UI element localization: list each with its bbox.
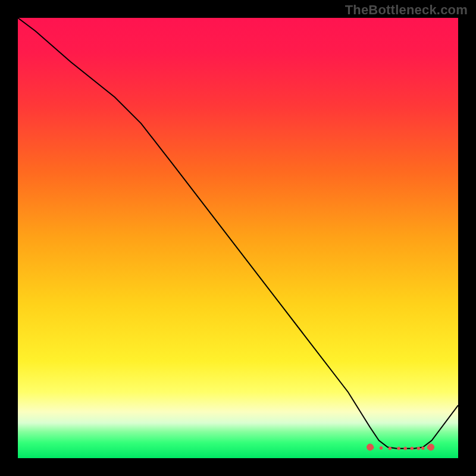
segment-dot [380,447,383,450]
chart-frame: TheBottleneck.com [0,0,476,476]
chart-overlay [18,18,458,458]
bottleneck-curve [18,18,458,449]
segment-dot [404,447,407,450]
segment-dot [389,447,392,450]
watermark-text: TheBottleneck.com [345,2,468,18]
marker-dot [428,444,434,450]
segment-dot [417,447,420,450]
plot-area [18,18,458,458]
recommended-end-marker [428,444,434,450]
segment-dot [371,446,374,449]
segment-dot [411,447,414,450]
segment-dot [421,447,424,450]
segment-dot [397,447,400,450]
